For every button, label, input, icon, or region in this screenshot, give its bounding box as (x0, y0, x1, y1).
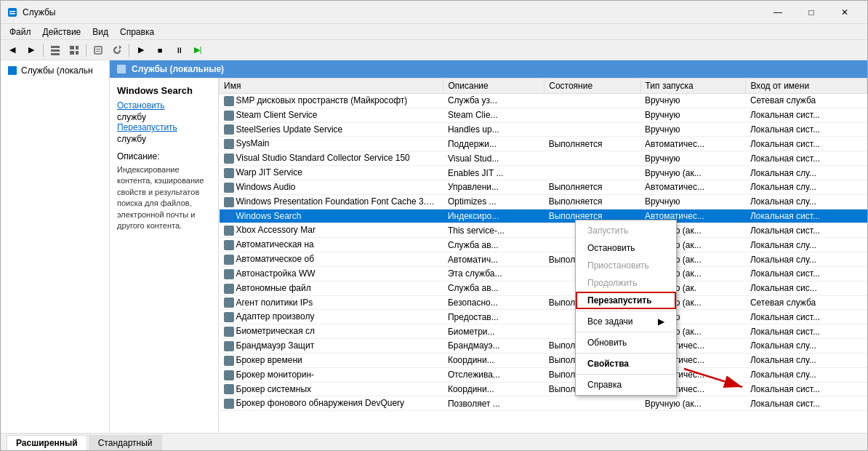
col-name[interactable]: Имя (220, 79, 443, 94)
menu-file[interactable]: Файл (4, 25, 37, 39)
col-state[interactable]: Состояние (544, 79, 640, 94)
svg-rect-7 (76, 46, 79, 49)
table-row[interactable]: Автономные файлСлужба ав...Вручную (ак.Л… (220, 281, 867, 295)
table-row[interactable]: Брокер системныхКоордини...ВыполняетсяАв… (220, 382, 867, 396)
close-button[interactable]: ✕ (828, 1, 861, 24)
cell-desc: Handles up... (443, 122, 544, 137)
col-desc[interactable]: Описание (443, 79, 544, 94)
cell-login: Локальная слу... (746, 353, 867, 367)
stop-service-link[interactable]: Остановить (117, 100, 211, 111)
table-row[interactable]: Автоматическая наСлужба ав...Вручную (ак… (220, 238, 867, 252)
cell-login: Локальная слу... (746, 166, 867, 180)
back-button[interactable]: ◀ (4, 42, 21, 58)
cell-desc: Steam Clie... (443, 108, 544, 122)
ctx-all-tasks[interactable]: Все задачи ▶ (576, 313, 676, 330)
menu-action[interactable]: Действие (37, 25, 87, 39)
table-row[interactable]: Брокер мониторин-Отслежива...Выполняется… (220, 367, 867, 382)
tree-view-button[interactable] (47, 42, 64, 58)
table-row[interactable]: SysMainПоддержи...ВыполняетсяАвтоматичес… (220, 137, 867, 151)
restart-button[interactable]: ▶| (189, 42, 206, 58)
cell-startup: Вручную (ак... (640, 396, 746, 411)
menu-help[interactable]: Справка (114, 25, 160, 39)
cell-desc: Предостав... (443, 310, 544, 324)
restart-service-link[interactable]: Перезапустить (117, 122, 211, 132)
svg-rect-10 (95, 47, 102, 54)
cell-name: Биометрическая сл (220, 324, 443, 339)
service-icon (224, 399, 234, 409)
table-row[interactable]: Windows SearchИндексиро...ВыполняетсяАвт… (220, 209, 867, 223)
ctx-restart[interactable]: Перезапустить (576, 292, 676, 309)
cell-name: SysMain (220, 137, 443, 151)
table-row[interactable]: Xbox Accessory MarThis service-...Вручну… (220, 223, 867, 238)
tree-label: Службы (локальн (21, 65, 93, 76)
table-row[interactable]: Windows Presentation Foundation Font Cac… (220, 194, 867, 209)
play-button[interactable]: ▶ (132, 42, 150, 58)
cell-name: Windows Audio (220, 180, 443, 194)
cell-state (544, 108, 640, 122)
cell-state: Выполняется (544, 194, 640, 209)
table-row[interactable]: Адаптер произволуПредостав...ВручнуюЛока… (220, 310, 867, 324)
cell-login: Локальная сист... (746, 310, 867, 324)
table-row[interactable]: Брокер фонового обнаружения DevQueryПозв… (220, 396, 867, 411)
svg-rect-11 (96, 49, 100, 49)
cell-desc: Optimizes ... (443, 194, 544, 209)
cell-login: Локальная слу... (746, 367, 867, 382)
stop-suffix: службу (117, 112, 146, 122)
forward-button[interactable]: ▶ (23, 42, 40, 58)
ctx-pause: Приостановить (576, 257, 676, 274)
table-row[interactable]: Windows AudioУправлени...ВыполняетсяАвто… (220, 180, 867, 194)
cell-startup: Автоматичес... (640, 137, 746, 151)
col-startup[interactable]: Тип запуска (640, 79, 746, 94)
service-icon (224, 153, 234, 164)
table-area: Имя Описание Состояние Тип запуска Вход … (219, 78, 867, 433)
ctx-continue: Продолжить (576, 274, 676, 292)
table-row[interactable]: SteelSeries Update ServiceHandles up...В… (220, 122, 867, 137)
table-row[interactable]: Visual Studio Standard Collector Service… (220, 151, 867, 166)
table-row[interactable]: Брандмауэр ЗащитБрандмауэ...ВыполняетсяА… (220, 339, 867, 354)
cell-name: Windows Presentation Foundation Font Cac… (220, 194, 443, 209)
ctx-properties[interactable]: Свойства (576, 355, 676, 372)
table-row[interactable]: Steam Client ServiceSteam Clie...Вручную… (220, 108, 867, 122)
service-icon (224, 384, 234, 394)
cell-login: Локальная сист... (746, 151, 867, 166)
ctx-help[interactable]: Справка (576, 376, 676, 394)
list-view-button[interactable] (65, 42, 83, 58)
ctx-refresh[interactable]: Обновить (576, 334, 676, 351)
cell-name: Брокер мониторин- (220, 367, 443, 382)
cell-login: Локальная сист... (746, 137, 867, 151)
bottom-tabs: Расширенный Стандартный (1, 433, 867, 450)
svg-rect-9 (76, 51, 79, 55)
tree-item-services-local[interactable]: Службы (локальн (4, 63, 106, 78)
table-row[interactable]: Агент политики IPsБезопасно...Выполняетс… (220, 295, 867, 310)
cell-login: Локальная сист... (746, 396, 867, 411)
tab-extended[interactable]: Расширенный (7, 435, 87, 450)
cell-login: Локальная слу... (746, 252, 867, 267)
pause-button[interactable]: ⏸ (170, 42, 188, 58)
stop-button[interactable]: ■ (151, 42, 169, 58)
cell-name: Автономные файл (220, 281, 443, 295)
svg-rect-14 (8, 66, 17, 75)
pane-header: Службы (локальные) (110, 60, 867, 78)
minimize-button[interactable]: — (761, 1, 795, 24)
col-login[interactable]: Вход от имени (746, 79, 867, 94)
tab-standard[interactable]: Стандартный (89, 435, 162, 450)
cell-desc: Автоматич... (443, 252, 544, 267)
table-row[interactable]: Автонастройка WWЭта служба...Вручную (ак… (220, 266, 867, 281)
ctx-stop[interactable]: Остановить (576, 239, 676, 257)
table-row[interactable]: Биометрическая слБиометри...Вручную (ак.… (220, 324, 867, 339)
refresh-button[interactable] (108, 42, 126, 58)
table-row[interactable]: Warp JIT ServiceEnables JIT ...Вручную (… (220, 166, 867, 180)
title-bar: Службы — □ ✕ (1, 1, 867, 24)
table-row[interactable]: Брокер времениКоордини...ВыполняетсяАвто… (220, 353, 867, 367)
cell-desc: Эта служба... (443, 266, 544, 281)
service-icon (224, 341, 234, 351)
maximize-button[interactable]: □ (795, 1, 828, 24)
properties-button[interactable] (89, 42, 107, 58)
table-row[interactable]: Автоматическое обАвтоматич...Выполняется… (220, 252, 867, 267)
cell-state (544, 396, 640, 411)
menu-view[interactable]: Вид (87, 25, 114, 39)
table-row[interactable]: SMP дисковых пространств (Майкрософт)Слу… (220, 94, 867, 108)
restart-suffix: службу (117, 134, 146, 144)
cell-desc: Служба ав... (443, 281, 544, 295)
pane-header-icon (116, 63, 127, 75)
